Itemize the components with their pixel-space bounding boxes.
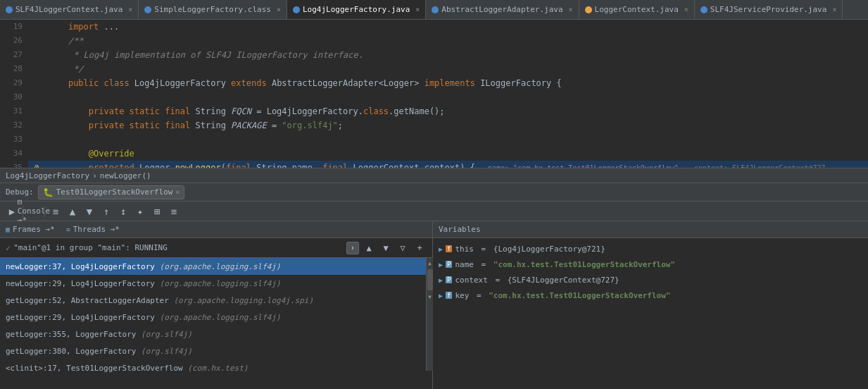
more-btn[interactable]: ≡ xyxy=(166,204,182,219)
breadcrumb-class[interactable]: Log4jLoggerFactory xyxy=(6,171,89,180)
sep2 xyxy=(44,206,45,217)
var-arrow-this[interactable]: ▶ xyxy=(439,245,443,253)
debug-session-tab[interactable]: 🐛 Test01LoggerStackOverflow × xyxy=(38,185,185,199)
frame-pkg-4: (org.slf4j) xyxy=(141,330,192,339)
thread-filter-btn[interactable]: ▽ xyxy=(396,241,410,255)
code-line-26: 26 /** xyxy=(0,34,868,48)
debug-main: ▦ Frames →* ≡ Threads →* ✓ "main"@1 in g… xyxy=(0,221,868,389)
scroll-down[interactable]: ▼ xyxy=(427,293,434,300)
frame-pkg-5: (org.slf4j) xyxy=(141,347,192,356)
frame-method-0: newLogger:37, Log4jLoggerFactory xyxy=(6,262,160,271)
tab-close-6[interactable]: × xyxy=(832,6,836,13)
var-val-context: {SLF4JLoggerContext@727} xyxy=(508,276,619,285)
frame-method-5: getLogger:380, LoggerFactory xyxy=(6,347,141,356)
vars-title: Variables xyxy=(439,225,481,234)
code-line-32: 32 private static final String PACKAGE =… xyxy=(0,118,868,132)
tab-close-1[interactable]: × xyxy=(128,6,132,13)
tab-slf4j-logger-context[interactable]: SLF4JLoggerContext.java × xyxy=(0,0,139,20)
tab-log4j-logger-factory[interactable]: Log4jLoggerFactory.java × xyxy=(287,0,426,20)
tab-bar: SLF4JLoggerContext.java × SimpleLoggerFa… xyxy=(0,0,868,20)
thread-add-btn[interactable]: + xyxy=(413,241,427,255)
code-line-30: 30 xyxy=(0,90,868,104)
var-item-key: ▶ f key = "com.hx.test.Test01LoggerStack… xyxy=(433,288,868,303)
var-eq-key: = xyxy=(472,291,486,300)
frame-method-2: getLogger:52, AbstractLoggerAdapter xyxy=(6,296,173,305)
threads-tab[interactable]: ≡ Threads →* xyxy=(61,221,125,237)
code-line-29: 29 public class Log4jLoggerFactory exten… xyxy=(0,76,868,90)
stack-frame-4[interactable]: getLogger:355, LoggerFactory (org.slf4j) xyxy=(0,326,432,342)
tab-simple-logger-factory[interactable]: SimpleLoggerFactory.class × xyxy=(139,0,287,20)
var-eq-this: = xyxy=(477,245,491,254)
var-name-key: key xyxy=(455,291,469,300)
thread-down-btn[interactable]: ▼ xyxy=(379,241,393,255)
tab-label-1: SLF4JLoggerContext.java xyxy=(15,5,122,14)
console-btn[interactable]: ⊟ Console →* xyxy=(26,204,42,219)
tab-close-3[interactable]: × xyxy=(415,6,420,13)
debug-session-close[interactable]: × xyxy=(175,188,180,196)
var-arrow-key[interactable]: ▶ xyxy=(439,292,443,300)
var-val-name: "com.hx.test.Test01LoggerStackOverflow" xyxy=(493,260,675,269)
step-out-btn[interactable]: ↑ xyxy=(99,204,114,219)
debug-bar: Debug: 🐛 Test01LoggerStackOverflow × xyxy=(0,183,868,202)
frames-icon: ▦ xyxy=(6,226,10,233)
watch-btn[interactable]: ⊞ xyxy=(149,204,165,219)
stack-frame-3[interactable]: getLogger:29, Log4jLoggerFactory (org.ap… xyxy=(0,309,432,326)
tab-label-5: LoggerContext.java xyxy=(595,5,679,14)
thread-dropdown[interactable]: ⬍ xyxy=(346,242,359,254)
scroll-up[interactable]: ▲ xyxy=(427,259,434,266)
debug-label: Debug: xyxy=(6,187,34,197)
left-panel: ▦ Frames →* ≡ Threads →* ✓ "main"@1 in g… xyxy=(0,221,433,389)
frames-tab[interactable]: ▦ Frames →* xyxy=(0,221,61,237)
var-icon-this: f xyxy=(446,245,452,252)
threads-icon: ≡ xyxy=(66,226,70,233)
code-line-27: 27 * Log4j implementation of SLF4J ILogg… xyxy=(0,48,868,62)
tab-icon-c1 xyxy=(6,6,13,13)
tab-close-2[interactable]: × xyxy=(277,6,281,13)
frame-method-1: newLogger:29, Log4jLoggerFactory xyxy=(6,279,160,288)
frames-label: Frames →* xyxy=(13,225,55,234)
settings-btn[interactable]: ≡ xyxy=(48,204,63,219)
tab-logger-context[interactable]: LoggerContext.java × xyxy=(579,0,695,20)
var-val-this: {Log4jLoggerFactory@721} xyxy=(493,245,605,254)
var-name-this: this xyxy=(455,245,474,254)
frame-pkg-6: (com.hx.test) xyxy=(187,364,248,373)
tab-close-5[interactable]: × xyxy=(684,6,688,13)
var-eq-context: = xyxy=(491,276,505,285)
thread-selector: ✓ "main"@1 in group "main": RUNNING ⬍ ▲ … xyxy=(0,238,432,258)
stack-frame-5[interactable]: getLogger:380, LoggerFactory (org.slf4j) xyxy=(0,342,432,359)
tab-abstract-logger-adapter[interactable]: AbstractLoggerAdapter.java × xyxy=(426,0,579,20)
step-over-btn[interactable]: ▲ xyxy=(65,204,80,219)
var-name-name: name xyxy=(455,260,474,269)
breadcrumb-method[interactable]: newLogger() xyxy=(100,171,151,180)
code-editor: 19 import ... 26 /** 27 * Log4j implemen… xyxy=(0,20,868,168)
stack-frame-list: newLogger:37, Log4jLoggerFactory (org.ap… xyxy=(0,258,432,389)
tab-slf4j-service-provider[interactable]: SLF4JServiceProvider.java × xyxy=(695,0,843,20)
breadcrumb-sep: › xyxy=(92,171,97,180)
var-item-name: ▶ P name = "com.hx.test.Test01LoggerStac… xyxy=(433,257,868,272)
code-line-19: 19 import ... xyxy=(0,20,868,34)
stack-frame-2[interactable]: getLogger:52, AbstractLoggerAdapter (org… xyxy=(0,292,432,309)
stack-frame-1[interactable]: newLogger:29, Log4jLoggerFactory (org.ap… xyxy=(0,275,432,292)
evaluate-btn[interactable]: ✦ xyxy=(132,204,148,219)
thread-up-btn[interactable]: ▲ xyxy=(362,241,376,255)
stack-frame-0[interactable]: newLogger:37, Log4jLoggerFactory (org.ap… xyxy=(0,258,432,275)
debug-toolbar: ▶ ⊟ Console →* ≡ ▲ ▼ ↑ ↕ ✦ ⊞ ≡ xyxy=(0,202,868,221)
code-line-35: 35 @ protected Logger newLogger(final St… xyxy=(0,161,868,168)
var-arrow-name[interactable]: ▶ xyxy=(439,261,443,268)
var-name-context: context xyxy=(455,276,487,285)
var-val-key: "com.hx.test.Test01LoggerStackOverflow" xyxy=(489,291,670,300)
run-to-cursor-btn[interactable]: ↕ xyxy=(115,204,131,219)
step-into-btn[interactable]: ▼ xyxy=(82,204,97,219)
var-icon-name: P xyxy=(446,261,452,268)
frame-pkg-2: (org.apache.logging.log4j.spi) xyxy=(173,296,313,305)
vars-header: Variables xyxy=(433,221,868,238)
tab-icon-c5 xyxy=(585,6,592,13)
stack-frame-6[interactable]: <clinit>:17, Test01LoggerStackOverflow (… xyxy=(0,359,432,376)
thread-check-icon: ✓ xyxy=(6,243,11,253)
threads-label: Threads →* xyxy=(73,225,120,234)
tab-close-4[interactable]: × xyxy=(569,6,573,13)
left-scrollbar[interactable]: ▲ ▼ xyxy=(426,258,433,371)
scroll-thumb[interactable] xyxy=(427,269,433,290)
var-arrow-context[interactable]: ▶ xyxy=(439,276,443,284)
frame-pkg-1: (org.apache.logging.slf4j) xyxy=(160,279,281,288)
